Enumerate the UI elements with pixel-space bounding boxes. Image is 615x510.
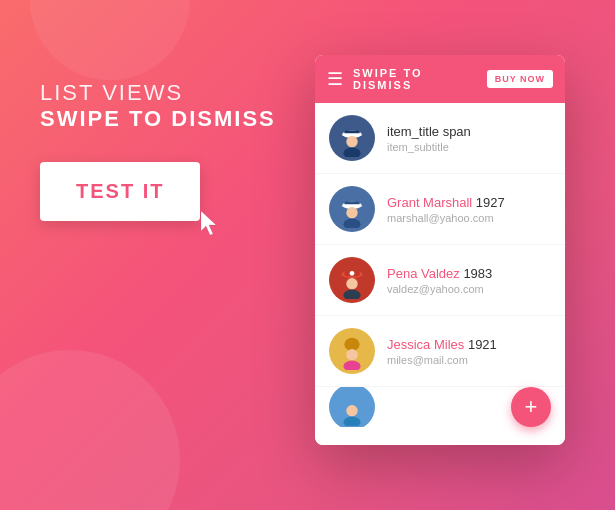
- item-text: Pena Valdez 1983 valdez@yahoo.com: [387, 266, 551, 295]
- item-text: Grant Marshall 1927 marshall@yahoo.com: [387, 195, 551, 224]
- avatar: [329, 387, 375, 427]
- decorative-circle-top: [30, 0, 190, 80]
- svg-point-20: [344, 338, 359, 351]
- avatar: [329, 257, 375, 303]
- item-subtitle: item_subtitle: [387, 141, 551, 153]
- list-item[interactable]: Grant Marshall 1927 marshall@yahoo.com: [315, 174, 565, 245]
- item-title-span: span: [439, 124, 471, 139]
- item-text: Jessica Miles 1921 miles@mail.com: [387, 337, 551, 366]
- svg-rect-4: [343, 133, 362, 136]
- svg-point-21: [346, 349, 357, 360]
- phone-mockup: ☰ SWIPE TO DISMISS BUY NOW: [315, 55, 565, 445]
- item-title: Grant Marshall 1927: [387, 195, 551, 210]
- list-item[interactable]: item_title span item_subtitle: [315, 103, 565, 174]
- hamburger-icon[interactable]: ☰: [327, 68, 343, 90]
- item-title-text: item_title: [387, 124, 439, 139]
- fab-button[interactable]: +: [511, 387, 551, 427]
- background: LIST VIEWS SWIPE TO DISMISS TEST IT ☰ SW…: [0, 0, 615, 510]
- avatar: [329, 328, 375, 374]
- left-panel: LIST VIEWS SWIPE TO DISMISS TEST IT: [40, 80, 276, 221]
- avatar: [329, 186, 375, 232]
- svg-rect-10: [343, 204, 362, 207]
- item-year: 1927: [472, 195, 505, 210]
- avatar: [329, 115, 375, 161]
- svg-point-5: [346, 136, 357, 147]
- buy-now-button[interactable]: BUY NOW: [487, 70, 553, 88]
- list-item[interactable]: Jessica Miles 1921 miles@mail.com: [315, 316, 565, 387]
- item-title: item_title span: [387, 124, 551, 139]
- list-item[interactable]: Pena Valdez 1983 valdez@yahoo.com: [315, 245, 565, 316]
- app-bar: ☰ SWIPE TO DISMISS BUY NOW: [315, 55, 565, 103]
- svg-point-16: [350, 271, 355, 276]
- item-subtitle: miles@mail.com: [387, 354, 551, 366]
- item-text: item_title span item_subtitle: [387, 124, 551, 153]
- swipe-to-dismiss-label: SWIPE TO DISMISS: [40, 106, 276, 132]
- svg-point-11: [346, 207, 357, 218]
- svg-point-17: [346, 278, 357, 289]
- test-it-button[interactable]: TEST IT: [40, 162, 200, 221]
- app-bar-title: SWIPE TO DISMISS: [353, 67, 487, 91]
- item-title: Pena Valdez 1983: [387, 266, 551, 281]
- cursor-icon: [198, 209, 220, 237]
- item-name: Grant Marshall: [387, 195, 472, 210]
- item-name: Jessica Miles: [387, 337, 464, 352]
- item-title: Jessica Miles 1921: [387, 337, 551, 352]
- item-year: 1983: [460, 266, 493, 281]
- item-name: Pena Valdez: [387, 266, 460, 281]
- list-views-label: LIST VIEWS: [40, 80, 276, 106]
- item-subtitle: valdez@yahoo.com: [387, 283, 551, 295]
- item-year: 1921: [464, 337, 497, 352]
- item-subtitle: marshall@yahoo.com: [387, 212, 551, 224]
- decorative-circle-bottom: [0, 350, 180, 510]
- svg-marker-0: [201, 211, 216, 235]
- svg-point-24: [346, 405, 357, 416]
